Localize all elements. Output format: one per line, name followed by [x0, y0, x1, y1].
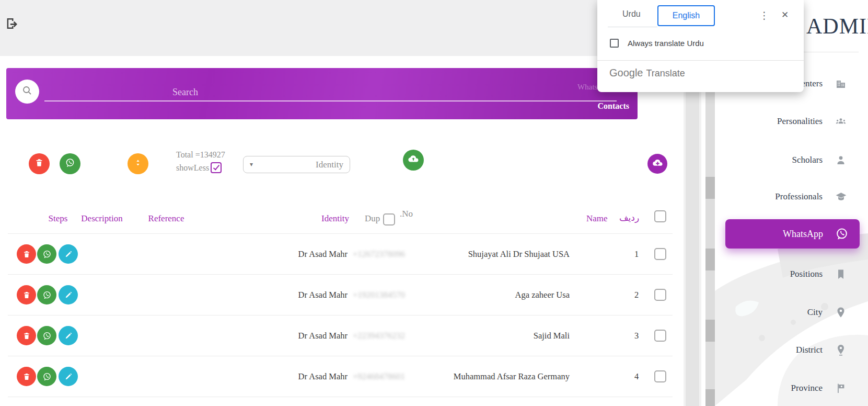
- popup-divider: [597, 60, 804, 61]
- cloud-upload-button[interactable]: [403, 150, 424, 171]
- people-group-icon: [834, 115, 848, 128]
- close-icon[interactable]: ✕: [781, 9, 789, 20]
- row-name: Muhammad Afsar Raza Germany: [439, 371, 570, 382]
- sidebar-item-label: Personalities: [777, 116, 823, 127]
- building-icon: [834, 77, 848, 91]
- google-logo: Google: [609, 67, 643, 79]
- row-identity: Dr Asad Mahr: [280, 331, 348, 341]
- row-edit-button[interactable]: [59, 367, 78, 386]
- flag-icon: [834, 381, 848, 395]
- row-phone-blurred: +19201384570: [353, 290, 436, 300]
- dup-checkbox[interactable]: [383, 213, 395, 225]
- row-whatsapp-button[interactable]: [37, 244, 56, 264]
- logout-icon[interactable]: [4, 16, 20, 31]
- row-delete-button[interactable]: [17, 285, 36, 304]
- sidebar-item-whatsapp[interactable]: WhatsApp: [725, 219, 860, 249]
- whatsapp-icon: [835, 227, 849, 241]
- total-label: Total =134927: [176, 150, 225, 159]
- row-number: 4: [629, 371, 644, 382]
- row-edit-button[interactable]: [59, 326, 78, 345]
- show-less-checkbox[interactable]: [211, 162, 222, 173]
- cloud-add-icon: [652, 157, 664, 171]
- kebab-menu-icon[interactable]: ⋮: [759, 8, 769, 23]
- col-dup: Dup: [365, 213, 380, 224]
- row-phone-blurred: +12672378096: [353, 249, 436, 260]
- window-scrollbar-thumb[interactable]: [705, 177, 715, 199]
- inner-scrollbar-thumb[interactable]: [686, 89, 699, 406]
- row-whatsapp-button[interactable]: [37, 326, 56, 345]
- row-checkbox[interactable]: [654, 330, 666, 342]
- sidebar-item-city[interactable]: City: [807, 306, 848, 319]
- delete-button[interactable]: [29, 153, 50, 174]
- identity-dropdown[interactable]: ▾ Identity: [243, 156, 350, 173]
- col-identity: Identity: [297, 213, 349, 224]
- search-button[interactable]: [15, 80, 39, 104]
- table-row: Dr Asad Mahr +92468478601 Muhammad Afsar…: [8, 356, 673, 397]
- always-translate-label: Always translate Urdu: [628, 39, 704, 48]
- sidebar-item-label: Positions: [790, 269, 823, 279]
- cloud-upload-icon: [407, 153, 420, 167]
- sidebar-item-label: Professionals: [775, 191, 823, 202]
- bookmark-icon: [834, 267, 848, 281]
- window-scrollbar-thumb[interactable]: [705, 320, 715, 342]
- row-delete-button[interactable]: [17, 326, 36, 345]
- sidebar-item-personalities[interactable]: Personalities: [777, 115, 848, 128]
- col-reference: Reference: [143, 213, 190, 224]
- col-radif: ردیف: [619, 212, 642, 223]
- tab-urdu[interactable]: Urdu: [622, 9, 641, 19]
- unfold-arrows-icon: [133, 157, 143, 170]
- table-header: Steps Description Reference Identity Dup…: [8, 209, 673, 230]
- row-edit-button[interactable]: [59, 244, 78, 264]
- sidebar-item-label: Province: [791, 383, 823, 393]
- whatsapp-button[interactable]: [60, 153, 80, 174]
- unfold-more-button[interactable]: [128, 153, 148, 174]
- person-icon: [834, 153, 848, 167]
- window-scrollbar-thumb[interactable]: [705, 249, 715, 270]
- sidebar-item-district[interactable]: District: [796, 343, 848, 357]
- tab-underline: [608, 27, 657, 27]
- sidebar-item-province[interactable]: Province: [791, 381, 848, 395]
- select-all-checkbox[interactable]: [654, 210, 666, 222]
- row-divider: [8, 397, 673, 397]
- row-whatsapp-button[interactable]: [37, 285, 56, 304]
- row-whatsapp-button[interactable]: [37, 367, 56, 386]
- row-number: 1: [629, 249, 644, 260]
- row-checkbox[interactable]: [654, 248, 666, 260]
- row-delete-button[interactable]: [17, 367, 36, 386]
- row-checkbox[interactable]: [654, 289, 666, 301]
- row-identity: Dr Asad Mahr: [280, 371, 348, 382]
- always-translate-checkbox[interactable]: [610, 39, 619, 48]
- row-phone-blurred: +22394376232: [353, 331, 436, 341]
- graduation-cap-icon: [834, 190, 848, 204]
- sidebar-item-scholars[interactable]: Scholars: [792, 153, 848, 167]
- translate-label: Translate: [646, 68, 685, 79]
- sidebar-divider: [804, 52, 859, 52]
- identity-dropdown-value: Identity: [316, 160, 343, 170]
- row-checkbox[interactable]: [654, 370, 666, 382]
- row-number: 3: [629, 331, 644, 341]
- cloud-add-button[interactable]: [647, 154, 667, 174]
- row-phone-blurred: +92468478601: [353, 371, 436, 382]
- tab-english[interactable]: English: [657, 5, 715, 26]
- row-delete-button[interactable]: [17, 244, 36, 264]
- sidebar-title: ADMIN: [806, 14, 868, 39]
- translate-popup: Urdu English ⋮ ✕ Always translate Urdu G…: [597, 0, 804, 92]
- row-name: Shujayat Ali Dr Shujaat USA: [439, 249, 570, 260]
- show-less-label: showLess: [176, 163, 209, 172]
- col-description: Description: [78, 213, 125, 224]
- sidebar-item-label: District: [796, 345, 823, 355]
- sidebar-item-positions[interactable]: Positions: [790, 267, 848, 281]
- search-icon: [21, 84, 33, 99]
- chevron-down-icon: ▾: [250, 161, 253, 168]
- total-block: Total =134927 showLess: [176, 150, 225, 173]
- sidebar-item-label: City: [807, 307, 823, 318]
- row-edit-button[interactable]: [59, 285, 78, 304]
- sidebar-item-professionals[interactable]: Professionals: [775, 190, 848, 204]
- row-number: 2: [629, 290, 644, 300]
- google-translate-brand: Google Translate: [609, 67, 685, 79]
- table-row: Dr Asad Mahr +12672378096 Shujayat Ali D…: [8, 233, 673, 274]
- search-input[interactable]: [44, 100, 617, 102]
- window-scrollbar-thumb[interactable]: [705, 389, 715, 406]
- app-page: Search WhatsApp App Contacts Total =1349…: [0, 0, 868, 406]
- whatsapp-icon: [64, 157, 76, 171]
